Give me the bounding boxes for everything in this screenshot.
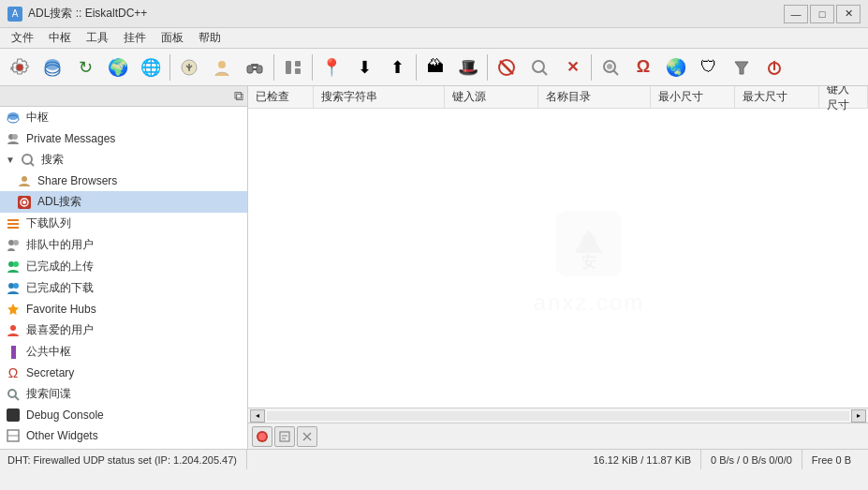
sidebar-item-spy[interactable]: 搜索间谍 (0, 383, 247, 405)
download-btn[interactable]: ⬇ (348, 52, 380, 83)
panel-btn[interactable] (277, 52, 309, 83)
sidebar-item-hub[interactable]: 中枢 (0, 107, 247, 128)
shield-btn[interactable]: 🛡 (693, 52, 725, 83)
menu-item-中枢[interactable]: 中枢 (41, 28, 79, 48)
globe2-icon: 🌐 (140, 57, 161, 78)
noentry-btn[interactable] (491, 52, 522, 83)
sidebar-item-downloads[interactable]: 已完成的下载 (0, 277, 247, 299)
svg-point-38 (13, 283, 19, 289)
menu-item-工具[interactable]: 工具 (79, 28, 116, 48)
power-btn[interactable] (758, 52, 790, 83)
hub-btn[interactable] (37, 52, 68, 83)
delete-icon (301, 430, 314, 443)
sidebar-item-sharebrowser[interactable]: Share Browsers (0, 171, 247, 191)
scroll-right-btn[interactable]: ▸ (851, 409, 866, 423)
upload-btn[interactable]: ⬆ (381, 52, 413, 83)
sidebar-item-debug[interactable]: Debug Console (0, 405, 247, 425)
menu-bar: 文件中枢工具挂件面板帮助 (0, 28, 868, 49)
sidebar-item-uploads[interactable]: 已完成的上传 (0, 256, 247, 277)
minimize-button[interactable]: — (784, 5, 808, 23)
sidebar-item-pm[interactable]: Private Messages (0, 128, 247, 149)
svg-rect-10 (295, 68, 301, 74)
hat-icon: 🎩 (458, 57, 478, 78)
sidebar-item-widgets[interactable]: Other Widgets (0, 425, 247, 446)
zoom-btn[interactable] (595, 52, 626, 83)
sidebar-item-favhubs[interactable]: Favorite Hubs (0, 299, 247, 319)
title-bar: A ADL搜索 :: EiskaltDC++ — □ ✕ (0, 0, 868, 28)
title-bar-left: A ADL搜索 :: EiskaltDC++ (7, 6, 147, 22)
menu-item-面板[interactable]: 面板 (154, 28, 191, 48)
svg-rect-6 (257, 66, 262, 73)
sidebar-item-queue[interactable]: 下载队列 (0, 213, 247, 234)
close-button[interactable]: ✕ (836, 5, 861, 23)
svg-line-14 (542, 70, 547, 75)
globe2-btn[interactable]: 🌐 (135, 52, 167, 83)
app-icon: A (7, 7, 22, 22)
toolbar-sep2 (273, 54, 274, 81)
sidebar-item-pubhubs[interactable]: 公共中枢 (0, 341, 247, 363)
omega-btn[interactable]: Ω (627, 52, 659, 83)
svg-point-27 (22, 176, 27, 182)
add-rule-btn[interactable] (252, 426, 272, 447)
filter-btn[interactable] (726, 52, 758, 83)
close2-btn[interactable]: ✕ (556, 52, 588, 83)
dht-status: DHT: Firewalled UDP status set (IP: 1.20… (7, 450, 247, 469)
conn-btn[interactable] (173, 52, 205, 83)
svg-line-26 (31, 162, 35, 166)
svg-point-4 (218, 61, 226, 68)
menu-item-文件[interactable]: 文件 (4, 28, 41, 48)
col-hub: 键入源 (445, 86, 538, 108)
mountain-btn[interactable]: 🏔 (419, 52, 451, 83)
sidebar-item-label: 搜索间谍 (26, 386, 71, 402)
sidebar-item-favusers[interactable]: 最喜爱的用户 (0, 319, 247, 341)
edit-rule-btn[interactable] (274, 426, 295, 447)
sidebar-item-label: Private Messages (26, 132, 115, 145)
download-icon: ⬇ (358, 57, 372, 78)
sidebar-toggle-icon[interactable]: ⧉ (234, 88, 243, 104)
svg-point-41 (8, 390, 16, 397)
toolbar-sep1 (169, 54, 170, 81)
content-header: 已检查 搜索字符串 键入源 名称目录 最小尺寸 最大尺寸 键入尺寸 (248, 86, 868, 109)
sidebar-item-waiting[interactable]: 排队中的用户 (0, 234, 247, 256)
add-icon (256, 430, 269, 443)
sidebar-item-adl[interactable]: ADL搜索 (0, 191, 247, 213)
hub-icon (6, 111, 21, 126)
hat-btn[interactable]: 🎩 (452, 52, 484, 83)
svg-point-46 (581, 233, 596, 248)
toolbar-sep6 (591, 54, 592, 81)
globe-btn[interactable]: 🌍 (102, 52, 134, 83)
scroll-left-btn[interactable]: ◂ (250, 409, 265, 423)
expand-icon[interactable]: ▼ (6, 156, 15, 165)
svg-point-16 (607, 64, 612, 69)
svg-marker-18 (735, 62, 748, 74)
settings-btn[interactable] (4, 52, 36, 83)
refresh-btn[interactable]: ↻ (69, 52, 101, 83)
menu-item-帮助[interactable]: 帮助 (191, 28, 228, 48)
sidebar-item-search[interactable]: ▼ 搜索 (0, 149, 247, 171)
svg-rect-50 (280, 432, 289, 441)
sidebar-item-secretary[interactable]: Ω Secretary (0, 363, 247, 383)
scroll-track[interactable] (267, 411, 849, 421)
sidebar-item-label: Debug Console (26, 408, 104, 422)
search2-icon (529, 57, 550, 78)
watermark-text: anxz.com (534, 290, 645, 316)
user-btn[interactable] (206, 52, 238, 83)
h-scrollbar[interactable]: ◂ ▸ (248, 408, 868, 423)
sidebar-header: ⧉ (0, 86, 247, 107)
globe-icon: 🌍 (108, 57, 128, 78)
sidebar-item-label: Share Browsers (37, 174, 117, 187)
debug-icon (6, 408, 21, 423)
binoculars-btn[interactable] (239, 52, 271, 83)
content-body: 安 anxz.com (248, 109, 868, 408)
delete-rule-btn[interactable] (297, 426, 317, 447)
menu-item-挂件[interactable]: 挂件 (116, 28, 154, 48)
search2-btn[interactable] (523, 52, 555, 83)
content-area: 已检查 搜索字符串 键入源 名称目录 最小尺寸 最大尺寸 键入尺寸 安 anxz… (248, 86, 868, 449)
map-btn[interactable]: 📍 (316, 52, 347, 83)
svg-rect-31 (7, 223, 19, 225)
svg-point-29 (22, 200, 26, 204)
sidebar-item-label: 公共中枢 (26, 344, 71, 360)
maximize-button[interactable]: □ (810, 5, 834, 23)
globe3-btn[interactable]: 🌏 (660, 52, 692, 83)
pubhubs-icon (6, 345, 21, 360)
